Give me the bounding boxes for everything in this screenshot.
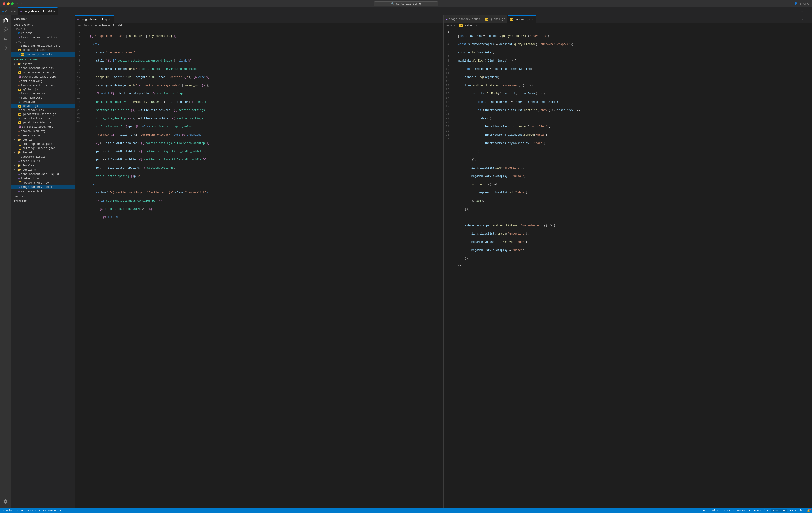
file-main-search-liquid[interactable]: ◈ main-search.liquid <box>11 189 75 194</box>
settings-icon[interactable]: ⚙ <box>807 2 809 6</box>
right-code-container[interactable]: 1 2 3 4 5 6 7 8 9 10 11 12 13 <box>444 28 812 508</box>
accounts-icon[interactable]: 👤 <box>794 2 798 6</box>
right-tab-close-icon[interactable]: × <box>531 18 533 21</box>
settings-gear-icon[interactable] <box>1 497 10 506</box>
file-mega-menu-css[interactable]: ≡ mega-menu.css <box>11 96 75 100</box>
status-extension-x[interactable]: X <box>39 509 40 512</box>
tab-more-button[interactable]: ··· <box>58 7 68 15</box>
status-prettier[interactable]: ✦ Prettier <box>790 509 804 512</box>
layout-icon[interactable]: ⊞ <box>800 2 801 6</box>
right-tab-global-js[interactable]: JS global.js <box>483 15 508 23</box>
open-editor-image-banner-1[interactable]: ◈ image-banner.liquid se... <box>11 35 75 40</box>
status-notification[interactable]: 🔔1 <box>807 509 810 512</box>
breadcrumb-sections[interactable]: sections <box>78 24 90 27</box>
file-global-js[interactable]: JS global.js <box>11 88 75 92</box>
file-pre-header-css[interactable]: ≡ pre-header.css <box>11 108 75 112</box>
open-editor-image-banner-2[interactable]: ◈ image-banner.liquid se... <box>11 44 75 48</box>
status-encoding[interactable]: UTF-8 <box>737 509 745 512</box>
file-image-banner-liquid[interactable]: ◈ image-banner.liquid <box>11 185 75 189</box>
breadcrumb-navbar-js[interactable]: navbar.js <box>464 24 477 27</box>
open-editor-welcome[interactable]: ⊞ Welcome <box>11 31 75 35</box>
status-language[interactable]: JavaScript <box>753 509 768 512</box>
open-editor-global-js[interactable]: JS global.js assets <box>11 48 75 52</box>
left-tab-image-banner[interactable]: ◈ image-banner.liquid <box>75 15 114 23</box>
timeline-section[interactable]: TIMELINE <box>11 199 75 204</box>
more-icon[interactable]: ··· <box>437 18 442 21</box>
file-cart-icon-svg[interactable]: ◇ cart-icon.svg <box>11 79 75 83</box>
left-code-container[interactable]: 1 2 3 4 5 6 7 8 9 10 11 12 13 <box>75 28 443 508</box>
close-button[interactable] <box>3 2 5 5</box>
right-split-icon[interactable]: ⊟ <box>802 18 804 21</box>
right-more-icon[interactable]: ··· <box>805 18 810 21</box>
tab-close-icon[interactable]: × <box>53 10 55 13</box>
explorer-more-icon[interactable]: ··· <box>66 17 72 21</box>
title-search[interactable]: 🔍 sartorial-store <box>374 1 438 6</box>
prettier-icon: ✦ <box>790 509 791 512</box>
open-editor-navbar-js[interactable]: ✕ JS navbar.js assets <box>11 52 75 56</box>
file-user-icon-svg[interactable]: ◇ user-icon.svg <box>11 133 75 138</box>
folder-assets[interactable]: ▼ 📂 assets <box>11 62 75 66</box>
status-go-live[interactable]: ⚡ Go Live <box>771 509 787 512</box>
file-theme-liquid[interactable]: ◈ theme.liquid <box>11 159 75 163</box>
file-label: cart-icon.svg <box>21 80 42 83</box>
file-announcement-bar-css[interactable]: ≡ announcement-bar.css <box>11 66 75 71</box>
tab-image-banner-liquid[interactable]: ◈ image-banner.liquid × <box>18 7 58 15</box>
file-password-liquid[interactable]: ◈ password.liquid <box>11 155 75 159</box>
folder-sections[interactable]: ▼ 📂 sections <box>11 168 75 172</box>
split-right-icon[interactable]: ⊟ <box>434 18 435 21</box>
file-settings-data-json[interactable]: {} settings_data.json <box>11 142 75 146</box>
split-icon[interactable]: ⧉ <box>803 2 806 5</box>
file-navbar-js[interactable]: JS navbar.js <box>11 104 75 108</box>
file-navbar-css[interactable]: ≡ navbar.css <box>11 100 75 104</box>
status-line-ending[interactable]: LF <box>748 509 751 512</box>
explorer-icon[interactable] <box>1 16 10 25</box>
status-spaces[interactable]: Spaces: 2 <box>721 509 734 512</box>
folder-layout-icon: 📂 <box>18 151 21 154</box>
sartorial-store-section[interactable]: SARTORIAL-STORE <box>11 56 75 62</box>
file-label: header-group.json <box>22 181 50 184</box>
file-label: search-icon.svg <box>21 130 46 133</box>
extensions-icon[interactable] <box>1 44 10 53</box>
file-announcement-bar-js[interactable]: JS announcement-bar.js <box>11 71 75 75</box>
outline-section[interactable]: OUTLINE <box>11 194 75 199</box>
file-settings-schema-json[interactable]: {} settings_schema.json <box>11 146 75 150</box>
file-product-slider-css[interactable]: ≡ product-slider.css <box>11 116 75 120</box>
source-control-icon[interactable] <box>1 34 10 44</box>
liquid-icon-8: ◈ <box>18 190 20 193</box>
file-predictive-search-js[interactable]: JS predictive-search.js <box>11 112 75 116</box>
right-tab-navbar-js[interactable]: JS navbar.js × <box>508 15 536 23</box>
status-errors[interactable]: ⊘ 0 ⚠ 0 <box>27 509 36 512</box>
breadcrumb-assets[interactable]: assets <box>446 24 456 27</box>
file-search-icon-svg[interactable]: ◇ search-icon.svg <box>11 129 75 133</box>
file-favicon-svg[interactable]: ◇ favicon-sartorial.svg <box>11 83 75 88</box>
folder-config[interactable]: ▼ 📂 config <box>11 138 75 142</box>
folder-locales[interactable]: ▶ 📁 locales <box>11 163 75 168</box>
file-sartorial-logo-webp[interactable]: 🖼 sartorial-logo.webp <box>11 125 75 129</box>
file-product-slider-js[interactable]: JS product-slider.js <box>11 120 75 125</box>
folder-layout[interactable]: ▼ 📂 layout <box>11 150 75 155</box>
close-navbar-icon[interactable]: ✕ <box>18 53 20 56</box>
minimize-button[interactable] <box>7 2 9 5</box>
maximize-button[interactable] <box>11 2 14 5</box>
warning-count: 0 <box>34 509 36 512</box>
file-footer-liquid[interactable]: ◈ footer.liquid <box>11 177 75 181</box>
split-editor-icon[interactable]: ⊟ <box>801 9 803 13</box>
file-image-banner-css[interactable]: ≡ image-banner.css <box>11 92 75 96</box>
right-tab-image-banner[interactable]: ◈ image-banner.liquid <box>444 15 483 23</box>
more-actions-icon[interactable]: ··· <box>805 9 810 13</box>
forward-arrow[interactable]: → <box>20 2 22 5</box>
search-icon[interactable] <box>1 25 10 34</box>
status-right: Ln 1, Col 1 Spaces: 2 UTF-8 LF JavaScrip… <box>702 509 810 512</box>
open-editors-section[interactable]: OPEN EDITORS <box>11 23 75 27</box>
status-sync[interactable]: ↻ 0↓ 4↑ <box>14 509 25 512</box>
file-announcement-bar-liquid[interactable]: ◈ announcement-bar.liquid <box>11 172 75 177</box>
file-header-group-json[interactable]: {} header-group.json <box>11 181 75 185</box>
file-label: navbar.css <box>21 101 37 104</box>
status-line-col[interactable]: Ln 1, Col 1 <box>702 509 718 512</box>
main-tab-bar: ⊞ Welcome ◈ image-banner.liquid × ··· ⊟ … <box>0 7 812 15</box>
back-arrow[interactable]: ← <box>18 2 19 5</box>
tab-welcome[interactable]: ⊞ Welcome <box>0 7 18 15</box>
file-background-image-webp[interactable]: 🖼 background-image.webp <box>11 75 75 79</box>
breadcrumb-image-banner[interactable]: image-banner.liquid <box>93 24 122 27</box>
status-branch[interactable]: ⎇ main <box>2 509 12 512</box>
